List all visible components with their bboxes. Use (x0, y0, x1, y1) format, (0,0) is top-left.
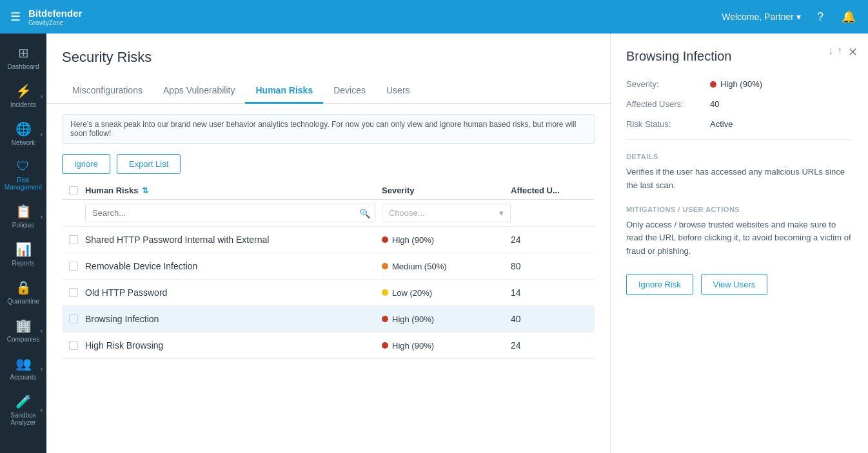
risk-name: Old HTTP Password (85, 287, 382, 298)
chevron-right-icon: › (41, 365, 43, 372)
row-checkbox[interactable] (69, 262, 78, 271)
severity-dot (710, 81, 716, 88)
sidebar-item-dashboard[interactable]: ⊞ Dashboard (0, 39, 46, 77)
severity-dot-medium (382, 263, 388, 269)
row-checkbox[interactable] (69, 235, 78, 244)
tab-devices[interactable]: Devices (323, 79, 376, 104)
dashboard-icon: ⊞ (18, 45, 29, 61)
select-all-col (62, 186, 85, 195)
risk-status-value: Active (710, 119, 733, 129)
sidebar-item-quarantine[interactable]: 🔒 Quarantine (0, 273, 46, 311)
affected-count: 14 (511, 287, 595, 298)
app-logo: Bitdefender GravityZone (28, 8, 82, 26)
page-title: Security Risks (62, 49, 595, 66)
table-row[interactable]: High Risk Browsing High (90%) 24 (62, 333, 595, 359)
table-row[interactable]: Old HTTP Password Low (20%) 14 (62, 280, 595, 306)
notification-icon[interactable]: 🔔 (840, 8, 858, 26)
chevron-right-icon: › (41, 92, 43, 99)
logo-title: Bitdefender (28, 8, 82, 19)
welcome-text: Welcome, Partner (722, 12, 794, 22)
sidebar-item-sandbox[interactable]: 🧪 Sandbox Analyzer › (0, 387, 46, 432)
severity-filter[interactable]: Choose... ▾ (382, 204, 511, 222)
welcome-menu[interactable]: Welcome, Partner ▾ (722, 12, 801, 22)
tab-human-risks[interactable]: Human Risks (245, 79, 323, 104)
affected-users-label: Affected Users: (626, 99, 710, 109)
ignore-button[interactable]: Ignore (62, 154, 110, 174)
affected-count: 24 (511, 340, 595, 351)
sidebar-label-sandbox: Sandbox Analyzer (3, 412, 44, 426)
col-header-affected: Affected U... (511, 186, 595, 195)
chevron-down-icon: ▾ (796, 12, 801, 22)
risks-table: Human Risks ⇅ Severity Affected U... 🔍 C… (62, 182, 595, 359)
dropdown-arrow-icon: ▾ (499, 208, 504, 218)
sidebar-item-reports[interactable]: 📊 Reports (0, 235, 46, 273)
row-checkbox[interactable] (69, 288, 78, 297)
table-row[interactable]: Removable Device Infection Medium (50%) … (62, 253, 595, 280)
sidebar-item-risk[interactable]: 🛡 Risk Management (0, 153, 46, 197)
companies-icon: 🏢 (15, 318, 32, 333)
tab-users[interactable]: Users (376, 79, 420, 104)
network-icon: 🌐 (15, 121, 32, 137)
help-icon[interactable]: ? (811, 8, 829, 26)
banner-text: Here's a sneak peak into our brand new u… (70, 120, 577, 138)
sidebar-item-incidents[interactable]: ⚡ Incidents › (0, 77, 46, 115)
next-record-icon[interactable]: ↑ (837, 45, 842, 57)
main-content: Security Risks Misconfigurations Apps Vu… (46, 34, 868, 453)
close-panel-icon[interactable]: ✕ (848, 45, 858, 59)
risk-name: Shared HTTP Password Internal with Exter… (85, 235, 382, 245)
sidebar-label-policies: Policies (12, 222, 34, 229)
sidebar-item-policies[interactable]: 📋 Policies › (0, 197, 46, 235)
sidebar-label-reports: Reports (12, 260, 34, 267)
sidebar: ⊞ Dashboard ⚡ Incidents › 🌐 Network › 🛡 … (0, 34, 46, 453)
risk-status-field: Risk Status: Active (626, 119, 853, 129)
chevron-right-icon: › (41, 327, 43, 334)
affected-users-value: 40 (710, 99, 719, 109)
info-banner: Here's a sneak peak into our brand new u… (62, 114, 595, 144)
panel-navigation: ↓ ↑ (828, 45, 842, 57)
menu-icon[interactable]: ☰ (10, 10, 21, 24)
select-all-checkbox[interactable] (69, 186, 78, 195)
risk-status-label: Risk Status: (626, 119, 710, 129)
chevron-right-icon: › (41, 130, 43, 137)
page-header: Security Risks (46, 34, 610, 66)
row-checkbox[interactable] (69, 314, 78, 323)
topbar-right: Welcome, Partner ▾ ? 🔔 (722, 8, 858, 26)
sidebar-item-network[interactable]: 🌐 Network › (0, 115, 46, 153)
sort-icon[interactable]: ⇅ (142, 186, 148, 195)
col-risk-label: Human Risks (85, 186, 138, 195)
tab-misconfigurations[interactable]: Misconfigurations (62, 79, 153, 104)
severity-value: High (90%) (710, 79, 762, 89)
prev-record-icon[interactable]: ↓ (828, 45, 833, 57)
action-bar: Ignore Export List (62, 154, 595, 174)
risk-name: High Risk Browsing (85, 340, 382, 351)
sidebar-item-accounts[interactable]: 👥 Accounts › (0, 349, 46, 387)
severity-label: Severity: (626, 79, 710, 89)
sidebar-label-incidents: Incidents (10, 101, 36, 108)
row-checkbox[interactable] (69, 341, 78, 350)
sidebar-label-dashboard: Dashboard (8, 63, 39, 70)
severity-cell: Low (20%) (382, 288, 511, 298)
severity-filter-placeholder: Choose... (389, 208, 425, 218)
table-header: Human Risks ⇅ Severity Affected U... (62, 182, 595, 200)
severity-value: Medium (50%) (392, 262, 447, 271)
sidebar-label-quarantine: Quarantine (7, 298, 39, 305)
view-users-button[interactable]: View Users (701, 274, 768, 295)
reports-icon: 📊 (15, 242, 32, 257)
sidebar-item-companies[interactable]: 🏢 Companies › (0, 311, 46, 349)
search-input[interactable] (85, 204, 375, 222)
severity-text: High (90%) (720, 79, 762, 89)
severity-field: Severity: High (90%) (626, 79, 853, 89)
sandbox-icon: 🧪 (15, 394, 32, 409)
ignore-risk-button[interactable]: Ignore Risk (626, 274, 693, 295)
affected-count: 80 (511, 261, 595, 271)
tab-apps-vulnerability[interactable]: Apps Vulnerability (153, 79, 246, 104)
risk-name: Browsing Infection (85, 314, 382, 324)
table-row[interactable]: Shared HTTP Password Internal with Exter… (62, 227, 595, 253)
details-section-title: DETAILS (626, 153, 853, 160)
severity-value: High (90%) (392, 235, 434, 245)
severity-cell: High (90%) (382, 341, 511, 351)
details-text: Verifies if the user has accessed any ma… (626, 166, 853, 193)
table-row[interactable]: Browsing Infection High (90%) 40 (62, 306, 595, 333)
tab-bar: Misconfigurations Apps Vulnerability Hum… (46, 79, 610, 104)
export-list-button[interactable]: Export List (117, 154, 181, 174)
